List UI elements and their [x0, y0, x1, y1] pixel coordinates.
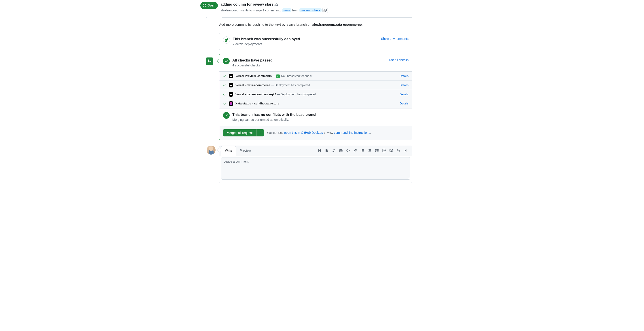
open-desktop-link[interactable]: open this in GitHub Desktop — [284, 131, 323, 134]
rocket-icon-wrap — [223, 36, 230, 44]
copy-icon — [324, 9, 327, 12]
mention-icon[interactable] — [381, 148, 387, 154]
md-toolbar — [316, 148, 410, 154]
base-branch-pill[interactable]: main — [282, 8, 291, 12]
check-details-link[interactable]: Details — [400, 74, 408, 78]
vercel-logo-icon — [229, 83, 233, 88]
green-check-emoji-icon — [276, 74, 280, 78]
quote-icon[interactable] — [338, 148, 344, 154]
check-row: Vercel – xata-ecommerce-qil4 — Deploymen… — [219, 90, 412, 99]
italic-icon[interactable] — [331, 148, 337, 154]
conflicts-title: This branch has no conflicts with the ba… — [232, 112, 318, 118]
success-check-icon — [223, 112, 230, 119]
conflicts-sub: Merging can be performed automatically. — [232, 118, 318, 122]
check-details-link[interactable]: Details — [400, 83, 408, 88]
from-label: from — [292, 8, 298, 13]
merge-timeline-badge — [206, 58, 213, 65]
check-success-icon — [223, 74, 226, 78]
reply-icon[interactable] — [395, 148, 402, 154]
success-check-icon — [223, 58, 230, 64]
pr-number: #2 — [274, 2, 278, 6]
pr-wants: wants to merge 1 commit into — [240, 8, 281, 13]
git-pull-request-icon — [203, 4, 206, 8]
check-text: Vercel – xata-ecommerce-qil4 — Deploymen… — [236, 92, 316, 96]
copy-branch-button[interactable] — [322, 8, 328, 13]
caret-down-icon — [259, 132, 262, 134]
diff-ignored-icon[interactable] — [402, 148, 408, 154]
link-icon[interactable] — [352, 148, 358, 154]
merge-button[interactable]: Merge pull request — [223, 129, 256, 136]
deployments-box: This branch was successfully deployed 2 … — [219, 33, 412, 50]
user-avatar[interactable] — [206, 146, 216, 154]
check-details-link[interactable]: Details — [400, 92, 408, 96]
deploy-sub: 2 active deployments — [233, 42, 300, 46]
push-repo[interactable]: alexfrancoeur/xata-ecommerce — [312, 22, 362, 26]
check-text: Vercel – xata-ecommerce — Deployment has… — [236, 83, 310, 88]
tab-preview[interactable]: Preview — [236, 146, 255, 156]
state-badge: Open — [200, 2, 218, 9]
comment-tabs: Write Preview — [219, 146, 412, 156]
check-row: Vercel – xata-ecommerce — Deployment has… — [219, 81, 412, 90]
ol-icon[interactable] — [366, 148, 373, 154]
bold-icon[interactable] — [324, 148, 330, 154]
merge-status-box: All checks have passed 4 successful chec… — [219, 54, 412, 140]
tab-nav-remnant — [206, 15, 412, 18]
tab-write[interactable]: Write — [221, 146, 236, 156]
check-row: Xata status – sdh6hv-xata-storeDetails — [219, 99, 412, 108]
xata-logo-icon — [229, 101, 233, 106]
check-success-icon — [223, 84, 226, 87]
checks-header: All checks have passed 4 successful chec… — [219, 54, 412, 72]
check-text: Vercel Preview Comments — No unresolved … — [236, 74, 312, 78]
pr-author[interactable]: alexfrancoeur — [220, 8, 240, 13]
state-label: Open — [208, 3, 215, 8]
merge-alt-text: You can also open this in GitHub Desktop… — [267, 130, 371, 135]
check-success-icon — [223, 102, 226, 105]
code-icon[interactable] — [345, 148, 351, 154]
hide-checks-link[interactable]: Hide all checks — [388, 58, 408, 62]
merge-footer: Merge pull request You can also open thi… — [219, 126, 412, 140]
check-row: Vercel Preview Comments — No unresolved … — [219, 72, 412, 81]
merge-dropdown-button[interactable] — [256, 129, 264, 136]
comment-textarea[interactable] — [221, 157, 410, 180]
cmdline-link[interactable]: command line instructions — [334, 131, 370, 134]
vercel-logo-icon — [229, 92, 233, 96]
rocket-icon — [225, 38, 228, 42]
heading-icon[interactable] — [316, 148, 323, 154]
vercel-logo-icon — [229, 74, 233, 78]
check-text: Xata status – sdh6hv-xata-store — [236, 101, 279, 106]
show-environments-link[interactable]: Show environments — [381, 36, 408, 41]
ul-icon[interactable] — [359, 148, 366, 154]
conflicts-section: This branch has no conflicts with the ba… — [219, 108, 412, 126]
checks-title: All checks have passed — [232, 58, 272, 63]
pr-title[interactable]: adding column for review stars — [220, 2, 274, 6]
deploy-title: This branch was successfully deployed — [233, 36, 300, 42]
check-details-link[interactable]: Details — [400, 101, 408, 106]
head-branch-pill[interactable]: review_stars — [300, 8, 322, 12]
git-merge-icon — [208, 59, 212, 63]
push-hint: Add more commits by pushing to the revie… — [219, 22, 412, 27]
checks-sub: 4 successful checks — [232, 63, 272, 68]
tasklist-icon[interactable] — [374, 148, 380, 154]
comment-compose-wrap: Write Preview — [219, 146, 412, 183]
cross-reference-icon[interactable] — [388, 148, 394, 154]
checks-list: Vercel Preview Comments — No unresolved … — [219, 72, 412, 108]
comment-box: Write Preview — [219, 146, 412, 183]
push-branch: review_stars — [274, 23, 296, 26]
sticky-pr-header: Open adding column for review stars #2 a… — [0, 0, 644, 15]
check-success-icon — [223, 92, 226, 96]
